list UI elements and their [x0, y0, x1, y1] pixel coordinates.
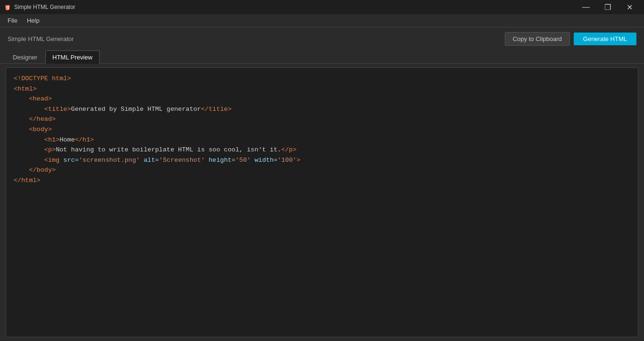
tab-designer[interactable]: Designer: [6, 50, 44, 64]
app-title-label: Simple HTML Generator: [8, 35, 74, 42]
header-buttons: Copy to Clipboard Generate HTML: [505, 32, 636, 46]
generate-html-button[interactable]: Generate HTML: [574, 33, 636, 45]
menu-help[interactable]: Help: [23, 16, 43, 25]
tabs-bar: Designer HTML Preview: [0, 50, 644, 64]
copy-to-clipboard-button[interactable]: Copy to Clipboard: [505, 32, 570, 46]
menu-file[interactable]: File: [4, 16, 21, 25]
title-bar-left: Simple HTML Generator: [4, 3, 75, 11]
tab-html-preview[interactable]: HTML Preview: [45, 50, 100, 64]
app-header: Simple HTML Generator Copy to Clipboard …: [0, 27, 644, 50]
title-bar-controls: — ❐ ✕: [575, 0, 640, 14]
code-display: <!DOCTYPE html> <html> <head> <title>Gen…: [14, 74, 630, 186]
title-bar: Simple HTML Generator — ❐ ✕: [0, 0, 644, 14]
menu-bar: File Help: [0, 14, 644, 27]
code-container[interactable]: <!DOCTYPE html> <html> <head> <title>Gen…: [6, 67, 638, 337]
minimize-button[interactable]: —: [575, 0, 597, 14]
maximize-button[interactable]: ❐: [597, 0, 619, 14]
html5-icon: [4, 3, 11, 11]
close-button[interactable]: ✕: [619, 0, 640, 14]
title-bar-title: Simple HTML Generator: [14, 4, 75, 10]
